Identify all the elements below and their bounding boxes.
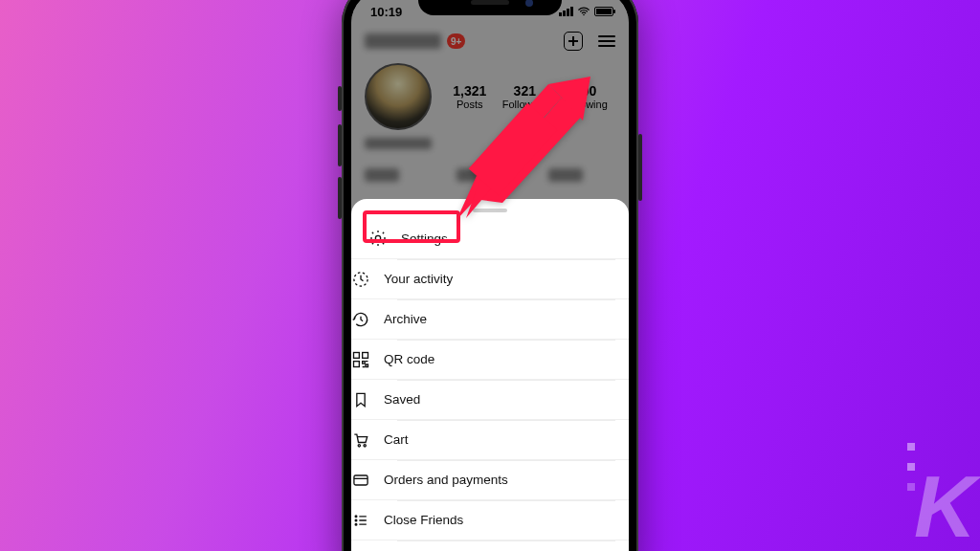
phone-screen: 10:19 9+ — [351, 0, 629, 551]
gear-icon — [368, 229, 388, 248]
phone-silence-switch — [338, 86, 342, 111]
menu-item-archive[interactable]: Archive — [351, 298, 629, 339]
menu-item-close-friends[interactable]: Close Friends — [351, 499, 629, 540]
menu-item-your-activity[interactable]: Your activity — [351, 258, 629, 298]
phone-volume-down — [338, 177, 342, 219]
menu-item-label: Settings — [401, 231, 448, 246]
svg-point-10 — [355, 519, 357, 521]
sheet-grabber[interactable] — [473, 209, 507, 212]
menu-item-favorites[interactable]: Favorites — [351, 540, 629, 551]
menu-item-label: Close Friends — [384, 513, 463, 527]
phone-volume-up — [338, 124, 342, 166]
menu-item-cart[interactable]: Cart — [351, 419, 629, 459]
svg-point-6 — [358, 444, 360, 446]
menu-item-label: Orders and payments — [384, 473, 508, 487]
menu-item-orders-payments[interactable]: Orders and payments — [351, 459, 629, 499]
menu-item-qr-code[interactable]: QR code — [351, 339, 629, 379]
menu-item-label: Cart — [384, 432, 409, 447]
menu-item-settings[interactable]: Settings — [351, 218, 629, 258]
phone-notch — [418, 0, 562, 15]
activity-icon — [351, 270, 370, 289]
menu-item-label: Your activity — [384, 272, 453, 286]
menu-list: Settings Your activity Archive — [351, 218, 629, 551]
watermark-logo: K — [914, 458, 972, 551]
phone-frame: 10:19 9+ — [342, 0, 638, 551]
svg-rect-8 — [354, 475, 368, 485]
svg-point-7 — [364, 444, 366, 446]
qr-icon — [351, 350, 370, 369]
svg-point-11 — [355, 523, 357, 525]
cart-icon — [351, 430, 370, 450]
bookmark-icon — [351, 390, 370, 409]
menu-item-label: Saved — [384, 392, 420, 407]
hamburger-menu-sheet: Settings Your activity Archive — [351, 199, 629, 551]
menu-item-saved[interactable]: Saved — [351, 379, 629, 419]
svg-rect-4 — [363, 352, 368, 358]
list-icon — [351, 511, 370, 530]
card-icon — [351, 471, 370, 490]
svg-point-9 — [355, 516, 357, 518]
menu-item-label: QR code — [384, 352, 434, 366]
svg-rect-3 — [354, 352, 360, 358]
menu-item-label: Archive — [384, 312, 427, 326]
phone-power-button — [638, 134, 642, 201]
svg-rect-5 — [354, 361, 360, 366]
history-icon — [351, 310, 370, 329]
svg-point-1 — [375, 235, 380, 240]
stage: K 10:19 9+ — [0, 0, 980, 551]
